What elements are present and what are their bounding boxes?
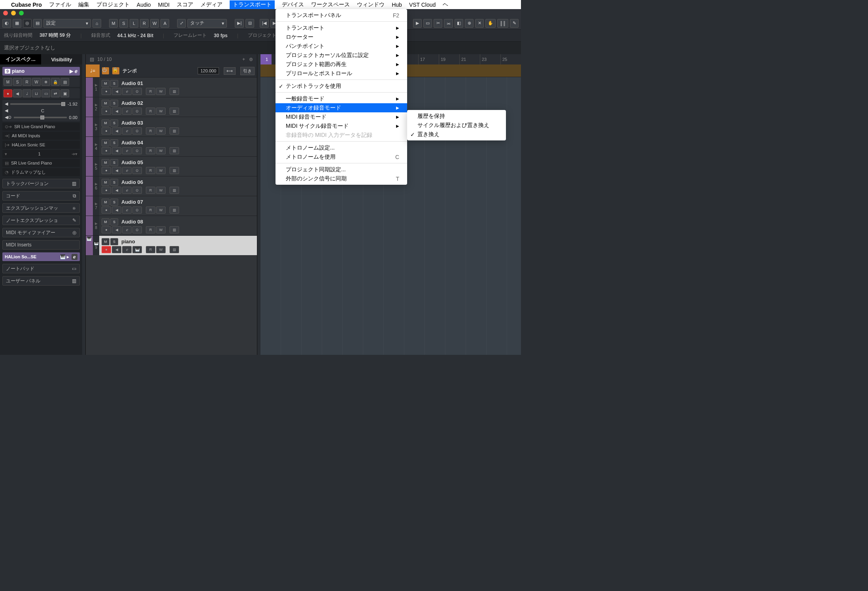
list-icon[interactable]: ▤ bbox=[90, 57, 94, 62]
menu-file[interactable]: ファイル bbox=[49, 1, 71, 8]
read-toggle[interactable]: R bbox=[146, 108, 155, 115]
midi-channel[interactable]: ▾1➔▾ bbox=[2, 150, 80, 158]
solo-toggle[interactable]: S bbox=[110, 139, 118, 146]
output-routing[interactable]: ⊙➔SR Live Grand Piano bbox=[2, 123, 80, 131]
edit-icon[interactable]: ℯ bbox=[75, 68, 77, 74]
pointer-tool-icon[interactable]: ▶ bbox=[413, 19, 422, 28]
folder-icon[interactable]: ▭ bbox=[42, 89, 50, 97]
track-row[interactable]: ▶6 MS Audio 06 ● ◀ ℯ ⊙ R W ▥ bbox=[86, 176, 257, 196]
menu-media[interactable]: メディア bbox=[200, 1, 223, 8]
track-color[interactable] bbox=[86, 117, 93, 136]
solo-toggle[interactable]: S bbox=[110, 179, 118, 186]
solo-toggle[interactable]: S bbox=[110, 238, 118, 245]
menu-item[interactable]: パンチポイント▶ bbox=[275, 42, 407, 51]
ruler-bar-1[interactable]: 1 bbox=[260, 54, 272, 64]
pan-left-icon[interactable]: ◀ bbox=[5, 108, 8, 113]
delay-left-icon[interactable]: ◀⊙ bbox=[5, 115, 11, 120]
read-toggle[interactable]: R bbox=[146, 206, 155, 214]
edit-channel-icon[interactable]: ℯ bbox=[122, 167, 132, 174]
hand-tool-icon[interactable]: ✋ bbox=[485, 19, 496, 28]
menu-item[interactable]: トランスポートパネルF2 bbox=[275, 11, 407, 20]
constrain-icon[interactable]: ◎ bbox=[23, 19, 32, 28]
track-color[interactable] bbox=[86, 78, 93, 97]
menu-item[interactable]: 外部のシンク信号に同期T bbox=[275, 174, 407, 183]
track-color[interactable] bbox=[86, 137, 93, 156]
write-toggle[interactable]: W bbox=[156, 246, 166, 253]
arrow-right-icon[interactable]: ▶ bbox=[70, 68, 73, 74]
monitor-toggle[interactable]: ◀ bbox=[112, 127, 121, 134]
mute-toggle[interactable]: M bbox=[102, 119, 109, 127]
instrument-routing[interactable]: |➔HALion Sonic SE bbox=[2, 141, 80, 149]
tempo-range-icon[interactable]: ⟷ bbox=[224, 67, 236, 75]
freeze-icon[interactable]: ⊙ bbox=[132, 127, 142, 134]
minimize-button[interactable] bbox=[11, 11, 16, 15]
tempo-bpm[interactable]: 120.000 bbox=[198, 67, 219, 74]
solo-toggle[interactable]: S bbox=[110, 80, 118, 87]
write-toggle[interactable]: W bbox=[156, 108, 166, 115]
track-color[interactable] bbox=[86, 97, 93, 117]
mute-button[interactable]: M bbox=[109, 19, 118, 28]
write-toggle[interactable]: W bbox=[156, 88, 166, 95]
monitor-toggle[interactable]: ◀ bbox=[13, 89, 22, 97]
read-button[interactable]: R bbox=[140, 19, 149, 28]
lanes-icon[interactable]: ▥ bbox=[170, 226, 179, 233]
zoom-button[interactable] bbox=[19, 11, 24, 15]
visibility-tab[interactable]: Visibility bbox=[41, 54, 82, 64]
mute-tool-icon[interactable]: ✕ bbox=[475, 19, 484, 28]
freeze-icon[interactable]: ❄ bbox=[42, 78, 50, 86]
write-button[interactable]: W bbox=[150, 19, 159, 28]
home-icon[interactable]: ⌂ bbox=[92, 19, 101, 28]
track-row[interactable]: ▶5 MS Audio 05 ● ◀ ℯ ⊙ R W ▥ bbox=[86, 156, 257, 176]
automation-mode-dropdown[interactable]: タッチ▾ bbox=[187, 19, 227, 28]
write-toggle[interactable]: W bbox=[156, 147, 166, 154]
track-row[interactable]: ▶3 MS Audio 03 ● ◀ ℯ ⊙ R W ▥ bbox=[86, 117, 257, 136]
app-name[interactable]: Cubase Pro bbox=[11, 2, 42, 8]
delay-value[interactable]: 0.00 bbox=[69, 115, 77, 120]
menu-window[interactable]: ウィンドウ bbox=[357, 1, 385, 8]
edit-channel-icon[interactable]: ℯ bbox=[122, 147, 132, 154]
lanes-icon[interactable]: ▥ bbox=[170, 108, 179, 115]
tempo-lock-icon[interactable]: 🔒 bbox=[112, 67, 119, 74]
menu-device[interactable]: デバイス bbox=[282, 1, 304, 8]
asio-icon[interactable]: ⊔ bbox=[32, 89, 41, 97]
track-grip[interactable]: ▶2 bbox=[93, 97, 99, 117]
read-toggle[interactable]: R bbox=[146, 167, 155, 174]
timebase-icon[interactable]: ▣ bbox=[60, 89, 69, 97]
write-toggle[interactable]: W bbox=[156, 127, 166, 134]
track-name[interactable]: Audio 02 bbox=[121, 100, 143, 106]
track-color[interactable] bbox=[86, 216, 93, 235]
menu-midi[interactable]: MIDI bbox=[158, 2, 170, 8]
track-name[interactable]: Audio 04 bbox=[121, 140, 143, 146]
menu-item[interactable]: プリロールとポストロール▶ bbox=[275, 69, 407, 78]
menu-item[interactable]: MIDI サイクル録音モード▶ bbox=[275, 121, 407, 131]
menu-item[interactable]: プロジェクト同期設定... bbox=[275, 165, 407, 174]
tempo-power-icon[interactable]: ⏻ bbox=[102, 67, 109, 74]
mute-toggle[interactable]: M bbox=[102, 238, 109, 245]
ruler-bar[interactable]: 17 bbox=[418, 54, 439, 64]
track-name[interactable]: piano bbox=[121, 239, 135, 244]
solo-toggle[interactable]: S bbox=[110, 199, 118, 206]
write-toggle[interactable]: W bbox=[32, 78, 41, 86]
submenu-item[interactable]: ✓置き換え bbox=[407, 130, 506, 139]
menu-icon[interactable]: ▤ bbox=[33, 19, 42, 28]
zoom-tool-icon[interactable]: ⊕ bbox=[465, 19, 474, 28]
menu-item[interactable]: 一般録音モード▶ bbox=[275, 94, 407, 103]
solo-toggle[interactable]: S bbox=[13, 78, 22, 86]
record-enable-toggle[interactable]: ● bbox=[102, 167, 111, 174]
monitor-toggle[interactable]: ◀ bbox=[112, 246, 121, 253]
menu-audio[interactable]: Audio bbox=[137, 2, 151, 8]
track-color[interactable] bbox=[86, 157, 93, 176]
scissors-tool-icon[interactable]: ✂ bbox=[434, 19, 442, 28]
menu-item[interactable]: ✓テンポトラックを使用 bbox=[275, 81, 407, 91]
submenu-item[interactable]: サイクル履歴および置き換え bbox=[407, 121, 506, 130]
menu-item[interactable]: ロケーター▶ bbox=[275, 32, 407, 42]
draw-tool-icon[interactable]: ✎ bbox=[510, 19, 519, 28]
mute-toggle[interactable]: M bbox=[4, 78, 12, 86]
lanes-icon[interactable]: ▥ bbox=[170, 147, 179, 154]
track-grip[interactable]: ▶7 bbox=[93, 196, 99, 216]
track-name[interactable]: Audio 03 bbox=[121, 120, 143, 126]
activate-project-icon[interactable]: ◐ bbox=[2, 19, 11, 28]
autoscroll-mode-icon[interactable]: ⊟ bbox=[245, 19, 254, 28]
solo-toggle[interactable]: S bbox=[110, 119, 118, 127]
note-icon[interactable]: ♩ bbox=[23, 89, 31, 97]
